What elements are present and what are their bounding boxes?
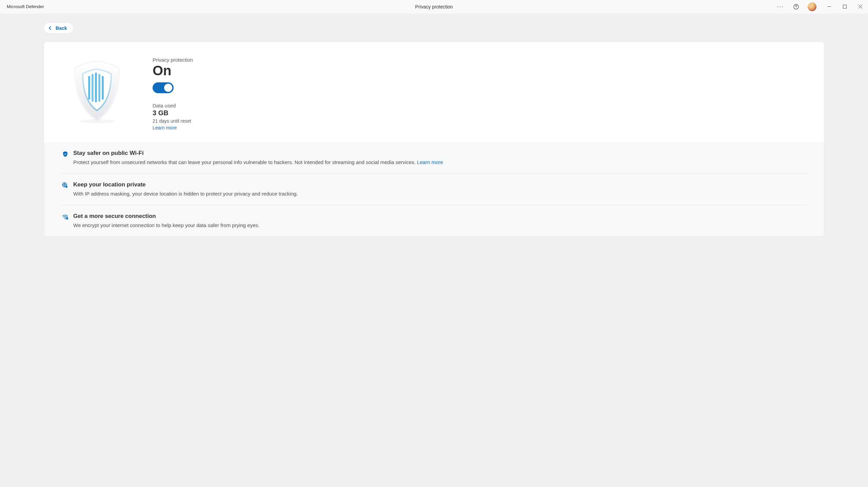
privacy-toggle[interactable] (153, 82, 174, 93)
svg-rect-8 (95, 73, 97, 102)
shield-icon (70, 59, 124, 123)
content-area: Back (0, 14, 868, 487)
svg-point-13 (65, 218, 65, 219)
back-button[interactable]: Back (44, 23, 73, 33)
toggle-knob (164, 84, 172, 92)
feature-title: Stay safer on public Wi-Fi (73, 150, 806, 157)
more-options-button[interactable]: ··· (774, 0, 787, 14)
svg-rect-10 (102, 76, 104, 100)
status-value: On (153, 63, 808, 78)
minimize-icon (827, 5, 831, 8)
help-button[interactable] (789, 0, 803, 14)
ellipsis-icon: ··· (777, 4, 784, 10)
titlebar: Microsoft Defender Privacy protection ··… (0, 0, 868, 14)
user-avatar[interactable] (808, 2, 816, 11)
svg-rect-6 (88, 76, 90, 100)
data-learn-more-link[interactable]: Learn more (153, 125, 177, 130)
shield-illustration (63, 57, 131, 123)
chevron-left-icon (48, 26, 52, 30)
data-reset-info: 21 days until reset (153, 118, 808, 124)
minimize-button[interactable] (821, 0, 837, 14)
data-used-value: 3 GB (153, 109, 808, 117)
back-label: Back (56, 25, 67, 31)
wifi-lock-icon (62, 214, 68, 220)
status-section-label: Privacy protection (153, 57, 808, 63)
shield-check-icon (62, 150, 68, 157)
globe-shield-icon (62, 182, 68, 189)
feature-title: Get a more secure connection (73, 213, 806, 220)
app-name: Microsoft Defender (7, 4, 44, 9)
status-block: Privacy protection On Data used 3 GB 21 … (153, 57, 808, 131)
window-controls (821, 0, 868, 14)
features-section: Stay safer on public Wi-Fi Protect yours… (44, 142, 824, 236)
svg-rect-7 (92, 74, 94, 102)
feature-desc-text: We encrypt your internet connection to h… (73, 222, 259, 228)
page-title: Privacy protection (415, 4, 453, 9)
feature-desc-text: With IP address masking, your device loc… (73, 191, 298, 197)
close-icon (859, 5, 862, 8)
maximize-button[interactable] (837, 0, 852, 14)
help-icon (793, 4, 799, 10)
svg-point-11 (79, 119, 115, 123)
titlebar-right: ··· (774, 0, 868, 14)
feature-desc-text: Protect yourself from unsecured networks… (73, 159, 417, 165)
data-used-label: Data used (153, 103, 808, 108)
svg-point-1 (796, 7, 796, 8)
feature-learn-more-link[interactable]: Learn more (417, 159, 443, 165)
maximize-icon (843, 5, 847, 8)
feature-location: Keep your location private With IP addre… (60, 174, 808, 205)
privacy-card: Privacy protection On Data used 3 GB 21 … (44, 42, 824, 236)
feature-wifi: Stay safer on public Wi-Fi Protect yours… (60, 142, 808, 174)
feature-desc: We encrypt your internet connection to h… (73, 222, 806, 229)
svg-rect-3 (843, 5, 846, 8)
close-button[interactable] (852, 0, 868, 14)
card-top: Privacy protection On Data used 3 GB 21 … (44, 42, 824, 142)
feature-title: Keep your location private (73, 181, 806, 188)
svg-rect-14 (66, 218, 68, 219)
svg-rect-9 (98, 74, 100, 102)
feature-desc: Protect yourself from unsecured networks… (73, 159, 806, 166)
feature-secure-conn: Get a more secure connection We encrypt … (60, 205, 808, 237)
feature-desc: With IP address masking, your device loc… (73, 190, 806, 198)
